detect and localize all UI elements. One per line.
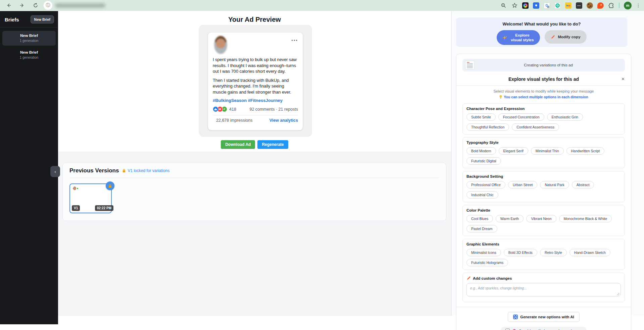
regenerate-button[interactable]: Regenerate: [257, 140, 288, 149]
combine-option[interactable]: Combine all changes in one image: [500, 327, 587, 330]
panel-title: Explore visual styles for this ad: [508, 76, 579, 82]
browser-toolbar: ⓘ ✱GGinx••• m ⋮: [0, 0, 644, 11]
pencil-icon: [466, 276, 471, 280]
toolbar-separator: [619, 3, 620, 8]
style-chip[interactable]: Abstract: [572, 181, 594, 188]
explore-styles-card: Creating variations of this ad Explore v…: [456, 54, 631, 330]
style-chip[interactable]: Natural Park: [540, 181, 569, 188]
style-chip[interactable]: Focused Concentration: [498, 113, 544, 121]
post-header: •••: [213, 37, 298, 57]
brief-list-item[interactable]: New Brief1 generation: [2, 31, 56, 46]
generate-new-options-button[interactable]: Generate new options with AI: [508, 312, 580, 322]
download-ad-button[interactable]: Download Ad: [221, 140, 255, 149]
style-chip[interactable]: Urban Street: [508, 181, 538, 188]
preview-actions: Download Ad Regenerate: [58, 140, 451, 149]
style-chip[interactable]: Vibrant Neon: [526, 215, 556, 222]
style-chip[interactable]: Elegant Serif: [499, 147, 528, 155]
style-section-title: Color Palette: [466, 208, 621, 212]
extension-icons: ✱GGinx•••: [522, 2, 614, 9]
zoom-out-icon[interactable]: [500, 2, 507, 9]
style-chip[interactable]: Futuristic Digital: [466, 157, 501, 165]
clip-extension-icon[interactable]: [597, 2, 604, 9]
style-section-title: Character Pose and Expression: [466, 107, 621, 111]
style-chip[interactable]: Minimalist Icons: [466, 249, 501, 256]
style-chip[interactable]: Confident Assertiveness: [512, 123, 559, 131]
custom-changes-input[interactable]: [466, 283, 621, 296]
site-info-icon[interactable]: ⓘ: [44, 1, 52, 10]
style-chip[interactable]: Hand-Drawn Sketch: [569, 249, 610, 256]
generate-new-options-label: Generate new options with AI: [520, 315, 574, 319]
style-chip[interactable]: Enthusiastic Grin: [547, 113, 583, 121]
style-chip[interactable]: Futuristic Holograms: [466, 259, 508, 266]
style-section-title: Graphic Elements: [466, 242, 621, 246]
camera-extension-icon[interactable]: [522, 2, 529, 9]
style-chip[interactable]: Handwritten Script: [566, 147, 605, 155]
social-post-card: ••• I spent years trying to bulk up but …: [208, 33, 303, 130]
close-icon[interactable]: ✕: [621, 76, 625, 81]
context-strip: Creating variations of this ad: [462, 59, 625, 71]
style-chip[interactable]: Monochrome Black & White: [559, 215, 612, 222]
address-bar[interactable]: ⓘ: [44, 1, 105, 10]
welcome-card: Welcome! What would you like to do? Expl…: [456, 17, 627, 47]
bookmark-star-icon[interactable]: [511, 2, 518, 9]
explore-button-label: Explore visual styles: [510, 33, 535, 42]
translate-extension-icon[interactable]: G: [544, 2, 550, 9]
sidebar-collapse-handle[interactable]: ‹: [50, 166, 60, 177]
settings-extension-icon[interactable]: ✱: [533, 2, 539, 9]
new-brief-button[interactable]: New Brief: [31, 15, 54, 23]
cookie-extension-icon[interactable]: [587, 2, 593, 9]
style-chip[interactable]: Minimalist Thin: [531, 147, 564, 155]
modify-copy-button[interactable]: Modify copy: [545, 30, 586, 44]
style-chip[interactable]: Bold 3D Effects: [504, 249, 537, 256]
reactions-row: 418 92 comments · 21 reposts: [213, 106, 298, 112]
panel-subtitle: Select visual elements to modify while k…: [462, 89, 625, 93]
style-chip[interactable]: Professional Office: [466, 181, 505, 188]
palette-icon: [512, 329, 516, 330]
previous-versions-card: Previous Versions V1 locked for variatio…: [62, 163, 446, 221]
welcome-text: Welcome! What would you like to do?: [456, 21, 627, 26]
back-icon[interactable]: [5, 2, 12, 9]
nav-buttons: [0, 2, 39, 9]
style-section: Character Pose and ExpressionSubtle Smil…: [462, 103, 625, 134]
browser-menu-icon[interactable]: ⋮: [636, 3, 640, 8]
brief-list-item[interactable]: New Brief1 generation: [2, 48, 56, 62]
style-section-title: Background Setting: [466, 174, 621, 178]
profile-avatar[interactable]: m: [624, 2, 632, 9]
ad-preview-section: Your Ad Preview ••• I spent years trying…: [58, 11, 451, 152]
previous-versions-title: Previous Versions: [69, 167, 119, 174]
style-chip[interactable]: Thoughtful Reflection: [466, 123, 509, 131]
style-chip[interactable]: Pastel Dream: [466, 225, 497, 232]
style-section: Background SettingProfessional OfficeUrb…: [462, 171, 625, 202]
lower-section: Previous Versions V1 locked for variatio…: [58, 152, 451, 316]
ad-thumbnail-icon: [465, 61, 475, 69]
grammarly-extension-icon[interactable]: G: [554, 2, 561, 9]
reader-extension-icon[interactable]: •••: [576, 2, 582, 9]
style-chip[interactable]: Retro Style: [540, 249, 567, 256]
version-thumbnail[interactable]: V1 02:22 PM: [69, 183, 112, 213]
avatar: [214, 36, 227, 54]
linkedin-tool-extension-icon[interactable]: inx: [565, 2, 572, 9]
reload-icon[interactable]: [32, 2, 39, 9]
forward-icon[interactable]: [19, 2, 26, 9]
style-chip[interactable]: Subtle Smile: [466, 113, 496, 121]
dice-icon: [513, 315, 518, 319]
custom-changes-title: Add custom changes: [473, 276, 512, 280]
brief-item-label: New Brief: [4, 34, 54, 38]
context-note: Creating variations of this ad: [475, 63, 622, 67]
thumbnail-footer-dots: [73, 188, 108, 189]
view-analytics-link[interactable]: View analytics: [269, 118, 298, 123]
brief-item-label: New Brief: [4, 50, 54, 54]
style-chip[interactable]: Cool Blues: [466, 215, 493, 222]
url-text-blurred: [55, 3, 105, 8]
post-menu-icon[interactable]: •••: [291, 38, 298, 43]
explore-visual-styles-button[interactable]: Explore visual styles: [497, 30, 540, 45]
sparkle-icon: [502, 35, 507, 40]
extensions-puzzle-icon[interactable]: [608, 2, 614, 9]
like-icon: [213, 106, 218, 112]
reaction-count: 418: [229, 107, 236, 112]
style-chip[interactable]: Industrial Chic: [466, 191, 498, 199]
combine-checkbox[interactable]: [505, 329, 510, 330]
style-chip[interactable]: Bold Modern: [466, 147, 496, 155]
post-hashtags[interactable]: #BulkingSeason #FitnessJourney: [213, 98, 298, 103]
style-chip[interactable]: Warm Earth: [496, 215, 524, 222]
